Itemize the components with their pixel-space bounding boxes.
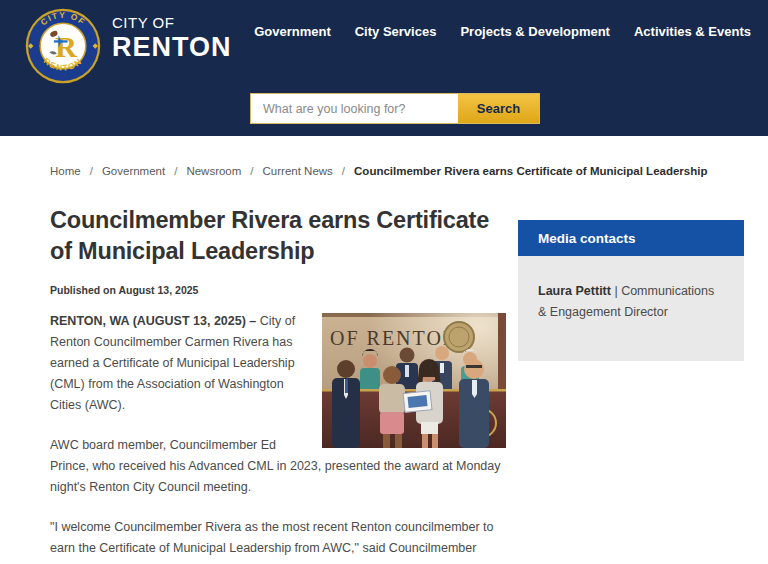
dais-wall-text: OF RENTON <box>330 327 459 349</box>
wordmark-city-of: CITY OF <box>112 14 232 31</box>
council-group-photo-illustration: OF RENTON <box>322 313 506 448</box>
nav-item-government[interactable]: Government <box>254 24 331 39</box>
nav-item-city-services[interactable]: City Services <box>355 24 437 39</box>
site-wordmark: CITY OF RENTON <box>112 14 232 63</box>
published-date: Published on August 13, 2025 <box>50 284 506 296</box>
search-button[interactable]: Search <box>458 94 539 123</box>
nav-item-projects-development[interactable]: Projects & Development <box>460 24 610 39</box>
nav-item-activities-events[interactable]: Activities & Events <box>634 24 751 39</box>
city-seal-logo[interactable]: CITY OF RENTON R <box>25 8 101 84</box>
breadcrumb-separator: / <box>250 165 253 177</box>
breadcrumb-separator: / <box>90 165 93 177</box>
breadcrumb-government[interactable]: Government <box>102 165 165 177</box>
wordmark-renton: RENTON <box>112 32 232 63</box>
breadcrumb-current-news[interactable]: Current News <box>263 165 333 177</box>
breadcrumb-current-page: Councilmember Rivera earns Certificate o… <box>354 165 707 177</box>
breadcrumb: Home / Government / Newsroom / Current N… <box>50 165 768 177</box>
media-contacts-title: Media contacts <box>518 220 744 256</box>
breadcrumb-separator: / <box>342 165 345 177</box>
search-input[interactable] <box>251 94 458 123</box>
site-search: Search <box>250 93 540 124</box>
media-contacts-sidebar: Media contacts Laura Pettitt | Communica… <box>518 220 744 564</box>
breadcrumb-separator: / <box>174 165 177 177</box>
article-photo: OF RENTON <box>322 313 506 448</box>
site-header: CITY OF RENTON R CITY OF RENTON Governme… <box>0 0 768 136</box>
dateline: RENTON, WA (AUGUST 13, 2025) – <box>50 314 256 328</box>
news-article: Councilmember Rivera earns Certificate o… <box>50 205 506 564</box>
main-content: Councilmember Rivera earns Certificate o… <box>50 205 768 564</box>
breadcrumb-newsroom[interactable]: Newsroom <box>186 165 241 177</box>
renton-seal-icon: CITY OF RENTON R <box>25 8 101 84</box>
article-body: OF RENTON <box>50 311 506 564</box>
page-title: Councilmember Rivera earns Certificate o… <box>50 205 506 268</box>
contact-separator: | <box>611 284 621 298</box>
main-nav: Government City Services Projects & Deve… <box>254 24 751 39</box>
media-contacts-body: Laura Pettitt | Communications & Engagem… <box>518 256 744 361</box>
breadcrumb-home[interactable]: Home <box>50 165 81 177</box>
contact-name: Laura Pettitt <box>538 284 611 298</box>
article-paragraph-3: "I welcome Councilmember Rivera as the m… <box>50 517 506 564</box>
